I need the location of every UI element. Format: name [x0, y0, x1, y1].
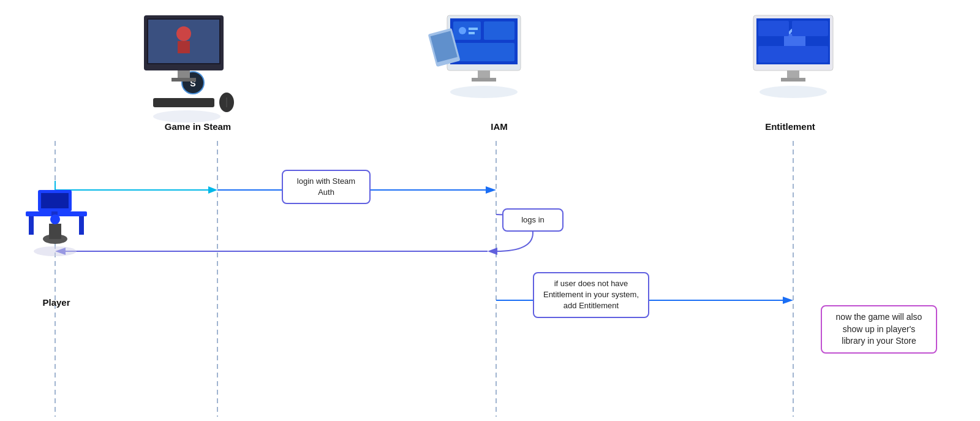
svg-rect-56: [787, 70, 799, 78]
svg-rect-32: [172, 78, 196, 82]
svg-rect-57: [781, 78, 805, 82]
login-steam-auth-box: login with Steam Auth: [282, 170, 371, 204]
svg-rect-40: [484, 21, 514, 40]
svg-point-20: [43, 234, 67, 244]
logs-in-box: logs in: [502, 208, 564, 232]
svg-rect-41: [453, 43, 514, 61]
svg-point-36: [153, 110, 221, 123]
svg-rect-44: [469, 32, 475, 34]
svg-rect-16: [79, 216, 84, 235]
svg-rect-48: [431, 31, 458, 62]
svg-point-34: [219, 93, 234, 112]
svg-rect-21: [49, 224, 61, 239]
svg-rect-53: [758, 21, 789, 36]
library-note-box: now the game will also show up in player…: [821, 305, 937, 354]
svg-rect-18: [41, 193, 69, 208]
svg-rect-33: [153, 98, 214, 107]
svg-rect-55: [758, 46, 828, 63]
svg-rect-45: [478, 70, 490, 78]
diagram-container: S: [0, 0, 980, 421]
svg-rect-28: [178, 41, 190, 53]
svg-rect-43: [469, 28, 478, 30]
diagram-svg: S: [0, 0, 980, 421]
svg-point-23: [34, 246, 77, 256]
svg-rect-37: [447, 15, 521, 70]
svg-rect-52: [784, 34, 805, 52]
svg-rect-47: [428, 28, 461, 67]
svg-rect-46: [472, 78, 496, 82]
svg-rect-31: [178, 70, 190, 78]
svg-rect-14: [26, 211, 87, 216]
svg-point-49: [450, 86, 518, 98]
player-label: Player: [26, 297, 87, 308]
entitlement-label: Entitlement: [750, 121, 830, 132]
svg-rect-51: [756, 18, 830, 64]
svg-rect-50: [753, 15, 833, 70]
svg-rect-19: [51, 211, 58, 216]
svg-marker-8: [486, 186, 496, 194]
svg-rect-39: [453, 21, 481, 40]
svg-rect-24: [144, 15, 224, 70]
svg-rect-15: [29, 216, 34, 235]
entitlement-check-box: if user does not have Entitlement in you…: [533, 272, 649, 318]
svg-text:S: S: [190, 78, 195, 88]
iam-label: IAM: [481, 121, 518, 132]
svg-rect-54: [792, 21, 828, 36]
svg-rect-25: [147, 18, 221, 64]
svg-rect-38: [450, 18, 518, 64]
svg-point-22: [50, 214, 60, 224]
game-in-steam-label: Game in Steam: [152, 121, 244, 132]
svg-marker-13: [783, 297, 793, 304]
svg-marker-9: [488, 248, 497, 255]
svg-rect-17: [38, 190, 72, 211]
svg-point-58: [760, 86, 827, 98]
svg-point-27: [176, 26, 191, 41]
svg-marker-6: [208, 186, 217, 194]
svg-marker-11: [55, 248, 66, 255]
svg-rect-26: [148, 20, 219, 63]
svg-point-42: [459, 27, 466, 34]
svg-point-29: [182, 72, 204, 94]
